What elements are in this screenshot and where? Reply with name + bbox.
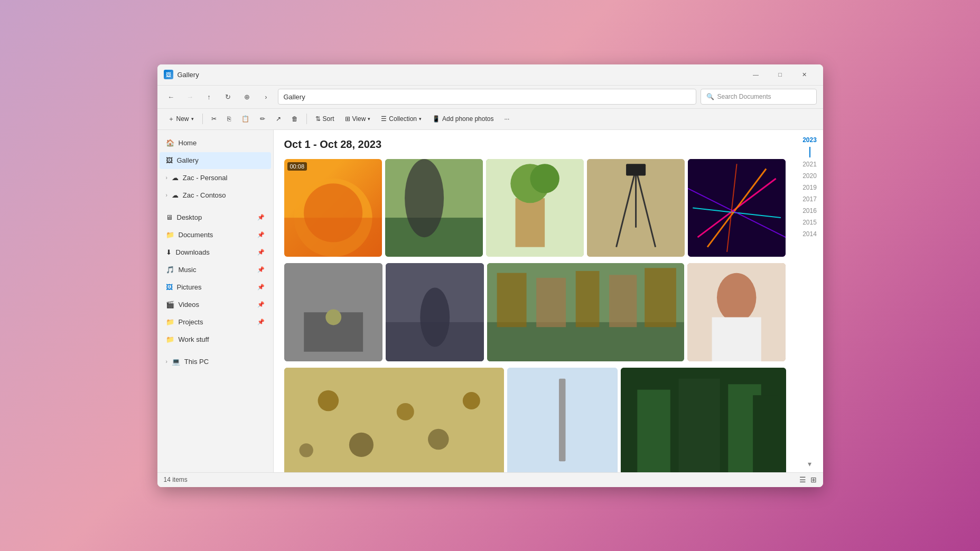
toolbar: ＋ New ▾ ✂ ⎘ 📋 ✏ ↗ 🗑 ⇅ Sort ⊞ View bbox=[157, 109, 823, 130]
more-button[interactable]: ··· bbox=[500, 111, 514, 126]
new-button[interactable]: ＋ New ▾ bbox=[164, 111, 198, 126]
up-button[interactable]: ↑ bbox=[202, 89, 217, 104]
sidebar-item-zac-personal[interactable]: › ☁ Zac - Personal bbox=[160, 170, 271, 186]
svg-point-40 bbox=[396, 403, 414, 421]
view-chevron-icon: ▾ bbox=[368, 116, 370, 122]
svg-point-39 bbox=[349, 433, 373, 457]
pin-documents-icon: 📌 bbox=[257, 231, 265, 238]
sidebar-item-documents[interactable]: 📁 Documents 📌 bbox=[160, 227, 271, 244]
sidebar-item-music[interactable]: 🎵 Music 📌 bbox=[160, 262, 271, 278]
refresh-button[interactable]: ↻ bbox=[221, 89, 236, 104]
timeline-year-2023[interactable]: 2023 bbox=[802, 134, 817, 146]
minimize-button[interactable]: — bbox=[744, 66, 768, 83]
photo-item-12[interactable] bbox=[621, 368, 786, 472]
svg-point-23 bbox=[325, 309, 341, 325]
sidebar-item-this-pc[interactable]: › 💻 This PC bbox=[160, 353, 271, 370]
sort-icon: ⇅ bbox=[315, 115, 321, 123]
chevron-button[interactable]: › bbox=[259, 89, 274, 104]
add-phone-label: Add phone photos bbox=[442, 115, 493, 123]
timeline-scroll-down-icon[interactable]: ▾ bbox=[808, 460, 811, 468]
pictures-icon: 🖼 bbox=[166, 283, 173, 291]
search-placeholder: Search Documents bbox=[717, 93, 771, 100]
rename-icon: ✏ bbox=[260, 115, 265, 123]
address-bar[interactable]: Gallery bbox=[278, 89, 696, 105]
timeline-year-2016[interactable]: 2016 bbox=[802, 205, 817, 217]
forward-button[interactable]: → bbox=[183, 89, 198, 104]
sidebar-item-pictures[interactable]: 🖼 Pictures 📌 bbox=[160, 279, 271, 296]
svg-rect-29 bbox=[497, 273, 527, 327]
timeline-year-2019[interactable]: 2019 bbox=[802, 182, 817, 193]
photo-item-6[interactable] bbox=[284, 263, 382, 361]
pictures-label: Pictures bbox=[177, 283, 202, 291]
photo-item-7[interactable]: 02:10 bbox=[386, 263, 484, 361]
list-view-icon[interactable]: ☰ bbox=[799, 475, 806, 484]
cut-button[interactable]: ✂ bbox=[207, 111, 221, 126]
rename-button[interactable]: ✏ bbox=[256, 111, 269, 126]
timeline-year-2017[interactable]: 2017 bbox=[802, 193, 817, 205]
location-button[interactable]: ⊕ bbox=[240, 89, 255, 104]
delete-button[interactable]: 🗑 bbox=[287, 111, 302, 126]
svg-point-9 bbox=[530, 164, 559, 193]
photo-grid-row2: 02:10 bbox=[284, 263, 786, 361]
videos-icon: 🎬 bbox=[166, 301, 174, 309]
photo-item-10[interactable] bbox=[284, 368, 505, 472]
work-stuff-icon: 📁 bbox=[166, 335, 174, 343]
gallery-area: Oct 1 - Oct 28, 2023 00:08 bbox=[274, 130, 797, 472]
sidebar-item-downloads[interactable]: ⬇ Downloads 📌 bbox=[160, 244, 271, 261]
sidebar-item-projects[interactable]: 📁 Projects 📌 bbox=[160, 314, 271, 331]
search-bar[interactable]: 🔍 Search Documents bbox=[701, 89, 817, 105]
home-label: Home bbox=[179, 139, 197, 147]
timeline-year-2015[interactable]: 2015 bbox=[802, 217, 817, 228]
nav-bar: ← → ↑ ↻ ⊕ › Gallery 🔍 Search Documents bbox=[157, 86, 823, 109]
toolbar-separator-2 bbox=[306, 114, 307, 124]
svg-point-41 bbox=[428, 429, 449, 450]
collection-button[interactable]: ☰ Collection ▾ bbox=[377, 111, 426, 126]
timeline-year-2014[interactable]: 2014 bbox=[802, 228, 817, 240]
timeline-year-2020[interactable]: 2020 bbox=[802, 170, 817, 182]
photo-grid-row3 bbox=[284, 368, 786, 472]
sidebar-item-videos[interactable]: 🎬 Videos 📌 bbox=[160, 296, 271, 313]
sidebar-item-desktop[interactable]: 🖥 Desktop 📌 bbox=[160, 209, 271, 226]
address-text: Gallery bbox=[284, 93, 305, 101]
share-icon: ↗ bbox=[276, 115, 281, 123]
documents-icon: 📁 bbox=[166, 231, 174, 239]
paste-button[interactable]: 📋 bbox=[237, 111, 254, 126]
gallery-icon: 🖼 bbox=[166, 156, 173, 164]
svg-rect-31 bbox=[576, 271, 600, 327]
sidebar-item-work-stuff[interactable]: 📁 Work stuff bbox=[160, 331, 271, 348]
sidebar-item-home[interactable]: 🏠 Home bbox=[160, 135, 271, 152]
svg-rect-28 bbox=[487, 322, 684, 362]
photo-item-2[interactable] bbox=[385, 159, 483, 257]
back-button[interactable]: ← bbox=[164, 89, 179, 104]
svg-rect-49 bbox=[678, 379, 720, 472]
sort-button[interactable]: ⇅ Sort bbox=[311, 111, 339, 126]
paste-icon: 📋 bbox=[241, 115, 249, 123]
svg-point-5 bbox=[405, 159, 444, 237]
photo-item-5[interactable] bbox=[688, 159, 786, 257]
delete-icon: 🗑 bbox=[292, 115, 298, 123]
share-button[interactable]: ↗ bbox=[272, 111, 285, 126]
photo-item-3[interactable] bbox=[486, 159, 584, 257]
timeline-year-2021[interactable]: 2021 bbox=[802, 158, 817, 170]
grid-view-icon[interactable]: ⊞ bbox=[810, 475, 817, 484]
window-title: Gallery bbox=[178, 71, 199, 79]
sidebar-item-zac-contoso[interactable]: › ☁ Zac - Contoso bbox=[160, 187, 271, 204]
photo-item-8[interactable] bbox=[487, 263, 684, 361]
timeline: 2023 2021 2020 2019 2017 2016 2015 2014 … bbox=[797, 130, 823, 472]
title-bar-controls: — □ ✕ bbox=[744, 66, 817, 83]
expand-arrow-personal: › bbox=[166, 175, 167, 181]
photo-item-4[interactable] bbox=[587, 159, 685, 257]
maximize-button[interactable]: □ bbox=[768, 66, 792, 83]
view-button[interactable]: ⊞ View ▾ bbox=[341, 111, 375, 126]
add-phone-button[interactable]: 📱 Add phone photos bbox=[428, 111, 498, 126]
photo-item-9[interactable] bbox=[687, 263, 786, 361]
photo-item-1[interactable]: 00:08 bbox=[284, 159, 382, 257]
search-icon: 🔍 bbox=[706, 93, 714, 100]
close-button[interactable]: ✕ bbox=[792, 66, 817, 83]
sidebar-item-gallery[interactable]: 🖼 Gallery bbox=[160, 152, 271, 169]
cloud-personal-icon: ☁ bbox=[172, 174, 179, 182]
copy-button[interactable]: ⎘ bbox=[223, 111, 235, 126]
projects-label: Projects bbox=[179, 318, 203, 326]
photo-item-11[interactable] bbox=[507, 368, 617, 472]
file-explorer-window: 🖼 Gallery — □ ✕ ← → ↑ ↻ ⊕ › Gallery 🔍 Se… bbox=[157, 64, 823, 487]
